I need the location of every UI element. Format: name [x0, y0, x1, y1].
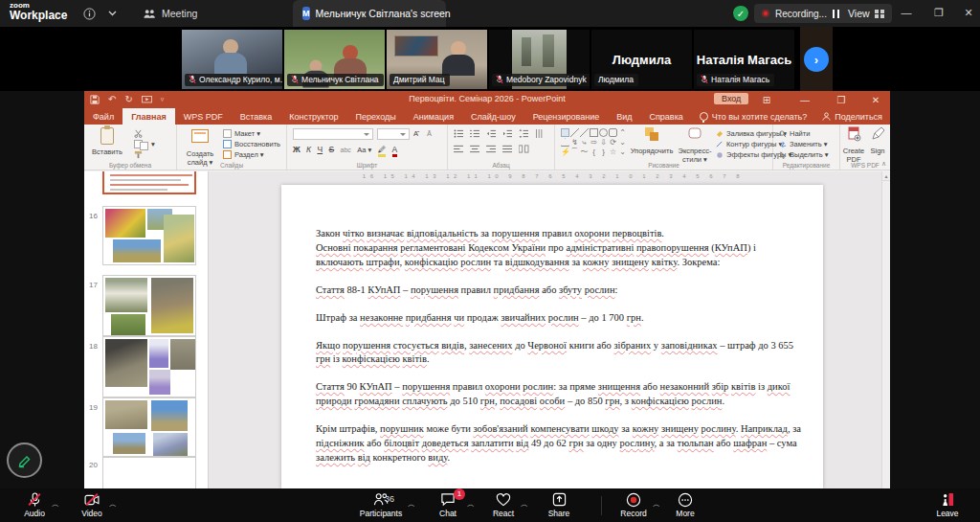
video-tile-camera-off[interactable]: Наталія Магась Наталія Магась: [694, 30, 794, 89]
chevron-down-icon[interactable]: [103, 5, 121, 22]
restore-button[interactable]: ❐: [924, 0, 953, 25]
columns-icon[interactable]: [519, 145, 529, 153]
italic-button[interactable]: К: [306, 145, 311, 154]
indent-increase-icon[interactable]: [502, 129, 513, 138]
copy-button[interactable]: ▾: [134, 139, 155, 149]
slide-thumbnail[interactable]: [102, 336, 196, 397]
quick-styles-button[interactable]: Экспресс- стили ▾: [676, 126, 714, 164]
slide-thumbnail[interactable]: [102, 275, 196, 336]
video-tile[interactable]: Мельничук Світлана: [284, 30, 385, 89]
video-button[interactable]: Video ︿: [65, 491, 119, 518]
next-participants-button[interactable]: ›: [804, 47, 829, 72]
font-color-button[interactable]: А: [392, 145, 398, 157]
create-pdf-button[interactable]: Create PDF: [840, 126, 867, 164]
share-button[interactable]: Поделиться: [822, 108, 882, 125]
indent-decrease-icon[interactable]: [486, 129, 497, 138]
share-screen-button[interactable]: Share: [532, 491, 586, 518]
tab-home[interactable]: Главная: [122, 108, 175, 125]
tab-meeting[interactable]: Meeting: [134, 0, 207, 27]
audio-options-chevron[interactable]: ︿: [52, 499, 59, 510]
tab-shared-screen[interactable]: M Мельничук Світлана's screen: [293, 0, 446, 27]
text-shadow-button[interactable]: abc: [341, 147, 351, 153]
ribbon-display-options-icon[interactable]: ⊞: [754, 91, 779, 108]
participants-options-chevron[interactable]: ︿: [408, 499, 415, 510]
pause-recording-icon[interactable]: [833, 10, 839, 18]
paste-button[interactable]: Вставить: [88, 126, 126, 156]
tab-view[interactable]: Вид: [608, 108, 640, 125]
view-button[interactable]: View: [840, 4, 892, 23]
format-painter-button[interactable]: [134, 149, 155, 160]
arrange-button[interactable]: Упорядочить: [630, 126, 674, 155]
chat-options-chevron[interactable]: ︿: [467, 499, 475, 510]
align-left-icon[interactable]: [454, 145, 464, 153]
strikethrough-button[interactable]: S: [329, 145, 335, 154]
tab-design[interactable]: Конструктор: [280, 108, 346, 125]
video-options-chevron[interactable]: ︿: [109, 499, 117, 510]
chat-button[interactable]: 1 Chat ︿: [421, 491, 475, 518]
slide-thumbnail-selected[interactable]: [102, 171, 196, 194]
annotate-button[interactable]: [7, 443, 42, 478]
slide-thumbnail[interactable]: [102, 206, 196, 265]
find-button[interactable]: Найти: [779, 128, 828, 139]
tab-slideshow[interactable]: Слайд-шоу: [462, 108, 524, 125]
highlight-color-button[interactable]: 🖉: [378, 145, 387, 157]
tab-wps-pdf[interactable]: WPS PDF: [175, 108, 232, 125]
grow-font-button[interactable]: А̂: [413, 129, 418, 138]
tell-me-search[interactable]: Что вы хотите сделать?: [692, 108, 815, 125]
change-case-button[interactable]: Аа ▾: [357, 146, 371, 154]
react-button[interactable]: React ︿: [477, 491, 530, 518]
participants-button[interactable]: 36 Participants ︿: [350, 491, 412, 518]
slide-thumbnail-panel[interactable]: 16 17 18: [84, 171, 209, 488]
font-name-select[interactable]: [293, 128, 373, 140]
tab-help[interactable]: Справка: [640, 108, 691, 125]
slide-thumbnail[interactable]: [102, 397, 196, 457]
font-size-select[interactable]: [377, 128, 410, 140]
slide-text-block[interactable]: Закон чітко визначає відповідальність за…: [316, 227, 802, 465]
close-button[interactable]: ✕: [954, 0, 980, 25]
shapes-gallery[interactable]: ⌃ ↯⤷⇨⇩⟳⌄ ⚡⌒〜{}☆⌄: [561, 128, 627, 156]
scroll-up-icon[interactable]: ▴: [882, 171, 890, 181]
ppt-minimize-button[interactable]: —: [792, 91, 817, 108]
reset-button[interactable]: Восстановить: [223, 139, 280, 149]
tab-insert[interactable]: Вставка: [232, 108, 280, 125]
tab-transitions[interactable]: Переходы: [347, 108, 405, 125]
more-button[interactable]: More: [658, 491, 712, 518]
security-shield-icon[interactable]: ✓: [733, 6, 748, 21]
info-icon[interactable]: [80, 5, 98, 22]
tab-file[interactable]: Файл: [84, 108, 122, 125]
align-right-icon[interactable]: [486, 145, 497, 153]
cut-button[interactable]: [134, 128, 155, 139]
bold-button[interactable]: Ж: [293, 145, 301, 154]
justify-icon[interactable]: [502, 145, 513, 153]
tab-animations[interactable]: Анимация: [405, 108, 462, 125]
new-slide-button[interactable]: Создать слайд ▾: [180, 126, 220, 167]
video-tile[interactable]: Medobory Zapovidnyk: [489, 30, 590, 89]
slide-thumbnail[interactable]: [102, 457, 196, 488]
ppt-close-button[interactable]: ✕: [863, 91, 888, 108]
align-center-icon[interactable]: [470, 145, 480, 153]
video-tile-active-speaker[interactable]: Дмитрий Мац: [387, 30, 487, 89]
sign-in-button[interactable]: Вход: [714, 93, 748, 104]
vertical-scrollbar[interactable]: ▴: [881, 171, 890, 488]
section-button[interactable]: Раздел ▾: [223, 149, 280, 160]
leave-button[interactable]: Leave: [921, 491, 974, 518]
react-options-chevron[interactable]: ︿: [521, 499, 528, 510]
video-tile-camera-off[interactable]: Людмила Людмила: [591, 30, 692, 89]
tab-review[interactable]: Рецензирование: [524, 108, 609, 125]
sign-button[interactable]: Sign: [867, 126, 888, 155]
layout-button[interactable]: Макет ▾: [223, 128, 280, 139]
shrink-font-button[interactable]: А̌: [427, 129, 432, 138]
audio-button[interactable]: Audio ︿: [8, 491, 61, 518]
text-direction-icon[interactable]: [535, 129, 546, 138]
line-spacing-icon[interactable]: [519, 129, 529, 138]
collapse-ribbon-icon[interactable]: ∧: [881, 160, 886, 168]
video-tile[interactable]: Олександр Курило, м...: [182, 30, 282, 89]
numbering-icon[interactable]: [470, 129, 480, 138]
record-button[interactable]: Record ︿: [607, 491, 660, 518]
replace-button[interactable]: Заменить ▾: [779, 139, 828, 149]
underline-button[interactable]: Ч: [317, 145, 323, 154]
select-button[interactable]: Выделить ▾: [779, 149, 828, 160]
minimize-button[interactable]: —: [892, 0, 921, 25]
bullets-icon[interactable]: [454, 129, 464, 138]
ppt-restore-button[interactable]: ❐: [829, 91, 854, 108]
